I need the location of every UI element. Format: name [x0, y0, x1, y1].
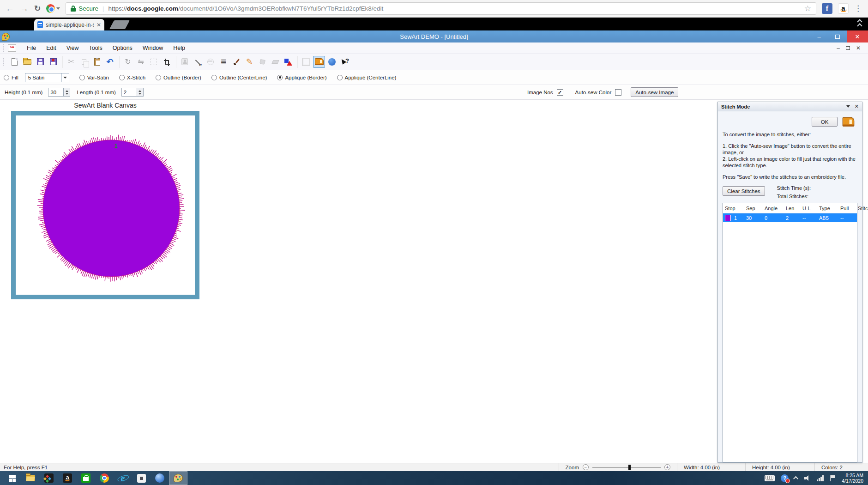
magic-wand-icon[interactable] — [192, 56, 204, 68]
portrait-icon[interactable] — [176, 56, 191, 68]
zoom-out-button[interactable]: − — [583, 464, 589, 470]
mirror-icon[interactable]: ⇋ — [135, 56, 147, 68]
list-icon[interactable]: ≣ — [217, 56, 229, 68]
close-button[interactable]: ✕ — [847, 30, 868, 42]
volume-icon[interactable] — [804, 475, 811, 481]
length-spin-arrows[interactable] — [137, 88, 144, 97]
menu-item[interactable]: View — [61, 43, 84, 53]
height-value[interactable]: 30 — [48, 88, 64, 97]
radio-fill[interactable]: Fill — [4, 75, 18, 80]
touch-keyboard-icon[interactable] — [765, 475, 775, 481]
menu-item[interactable]: Options — [108, 43, 138, 53]
get-help-icon[interactable]: ? — [781, 474, 789, 482]
stitch-radio[interactable]: Outline (CenterLine) — [211, 75, 267, 80]
address-bar[interactable]: Secure | https://docs.google.com/documen… — [66, 2, 816, 15]
globe-icon[interactable] — [205, 56, 217, 68]
hoop-icon[interactable] — [297, 56, 312, 68]
chrome-icon[interactable] — [95, 471, 114, 485]
internet-explorer-icon[interactable]: e — [114, 471, 132, 485]
exit-fullscreen-chevrons-icon[interactable] — [858, 20, 862, 28]
mdi-restore-button[interactable] — [846, 46, 850, 50]
rotate-icon[interactable]: ↻ — [119, 56, 134, 68]
eraser-icon[interactable] — [269, 56, 281, 68]
zoom-in-button[interactable]: + — [664, 464, 670, 470]
menu-item[interactable]: File — [22, 43, 41, 53]
facebook-extension-icon[interactable]: f — [822, 3, 832, 14]
new-tab-button[interactable] — [109, 20, 130, 29]
amazon-icon[interactable]: a — [58, 471, 77, 485]
forward-icon[interactable]: → — [20, 4, 29, 13]
toolbar: ✂ ↶ ↻ — [0, 54, 868, 70]
white-app-icon[interactable] — [132, 471, 151, 485]
brush-icon[interactable] — [230, 56, 242, 68]
help-icon[interactable] — [326, 56, 338, 68]
open-icon[interactable] — [21, 56, 33, 68]
save-icon[interactable] — [34, 56, 46, 68]
pencil-icon[interactable]: ✎ — [243, 56, 255, 68]
height-spin-arrows[interactable] — [64, 88, 70, 97]
satin-type-select[interactable]: 5 Satin — [25, 73, 69, 82]
table-row[interactable]: 1 30 0 2 -- AB5 -- — [723, 213, 857, 222]
paste-icon[interactable] — [91, 56, 103, 68]
context-help-icon[interactable] — [339, 56, 351, 68]
refresh-icon[interactable]: ↻ — [34, 4, 41, 13]
url-scheme: https:// — [108, 5, 127, 12]
new-icon[interactable] — [8, 56, 20, 68]
image-nos-checkbox[interactable]: ✓ — [557, 89, 563, 96]
panel-step1-text: 1. Click the "Auto-sew Image" button to … — [723, 143, 857, 156]
photos-icon[interactable] — [40, 471, 58, 485]
action-center-flag-icon[interactable] — [830, 475, 836, 481]
copy-icon[interactable] — [78, 56, 90, 68]
taskbar-clock[interactable]: 8:25 AM 4/17/2020 — [842, 473, 863, 484]
tab-close-icon[interactable]: ✕ — [96, 22, 101, 28]
bookmark-star-icon[interactable]: ☆ — [804, 4, 811, 13]
menu-item[interactable]: Tools — [84, 43, 108, 53]
zoom-slider[interactable] — [592, 467, 661, 467]
auto-sew-image-button[interactable]: Auto-sew Image — [631, 87, 678, 97]
crop-icon[interactable] — [161, 56, 173, 68]
marquee-icon[interactable] — [148, 56, 160, 68]
stitch-mode-panel: Stitch Mode ✕ OK To convert the image to… — [717, 102, 862, 463]
ok-button[interactable]: OK — [812, 117, 838, 127]
amazon-extension-icon[interactable]: a — [838, 3, 849, 14]
browser-tab[interactable]: simple-applique-in-sewa ✕ — [34, 19, 104, 30]
file-explorer-icon[interactable] — [21, 471, 40, 485]
tray-expand-chevron-icon[interactable] — [793, 476, 798, 481]
back-icon[interactable]: ← — [6, 4, 14, 13]
length-stepper[interactable]: 2 — [121, 88, 144, 97]
menu-item[interactable]: Window — [138, 43, 168, 53]
menu-item[interactable]: Help — [168, 43, 190, 53]
canvas-image[interactable]: 1 — [16, 115, 195, 295]
cut-icon[interactable]: ✂ — [62, 56, 77, 68]
menu-item[interactable]: Edit — [41, 43, 61, 53]
store-icon[interactable] — [77, 471, 95, 485]
panel-collapse-icon[interactable] — [846, 105, 850, 108]
stitch-mode-header[interactable]: Stitch Mode ✕ — [718, 102, 862, 111]
restore-button[interactable] — [828, 30, 847, 42]
length-value[interactable]: 2 — [121, 88, 137, 97]
auto-sew-color-checkbox[interactable] — [615, 89, 621, 96]
chromium-icon[interactable] — [151, 471, 169, 485]
mdi-close-button[interactable]: ✕ — [856, 45, 861, 51]
panel-close-icon[interactable]: ✕ — [855, 103, 859, 109]
minimize-button[interactable]: – — [810, 30, 828, 42]
browser-menu-icon[interactable]: ⋮ — [854, 4, 862, 13]
sewart-icon[interactable] — [169, 471, 187, 485]
network-signal-icon[interactable] — [817, 475, 824, 481]
stitch-radio[interactable]: Appliqué (Border) — [277, 75, 326, 80]
zoom-slider-thumb[interactable] — [628, 465, 631, 470]
stitch-radio[interactable]: X-Stitch — [119, 75, 145, 80]
shapes-icon[interactable] — [282, 56, 294, 68]
height-stepper[interactable]: 30 — [48, 88, 70, 97]
save-as-icon[interactable] — [47, 56, 59, 68]
start-icon[interactable] — [3, 471, 21, 485]
stitch-radio[interactable]: Outline (Border) — [156, 75, 201, 80]
browser-profile-button[interactable] — [46, 4, 60, 13]
stitch-radio[interactable]: Var-Satin — [79, 75, 109, 80]
undo-icon[interactable]: ↶ — [104, 56, 116, 68]
clear-stitches-button[interactable]: Clear Stitches — [723, 186, 765, 196]
bucket-icon[interactable] — [256, 56, 268, 68]
stitch-radio[interactable]: Appliqué (CenterLine) — [337, 75, 397, 80]
sewing-machine-icon[interactable] — [313, 56, 325, 68]
mdi-minimize-button[interactable]: – — [837, 45, 840, 51]
